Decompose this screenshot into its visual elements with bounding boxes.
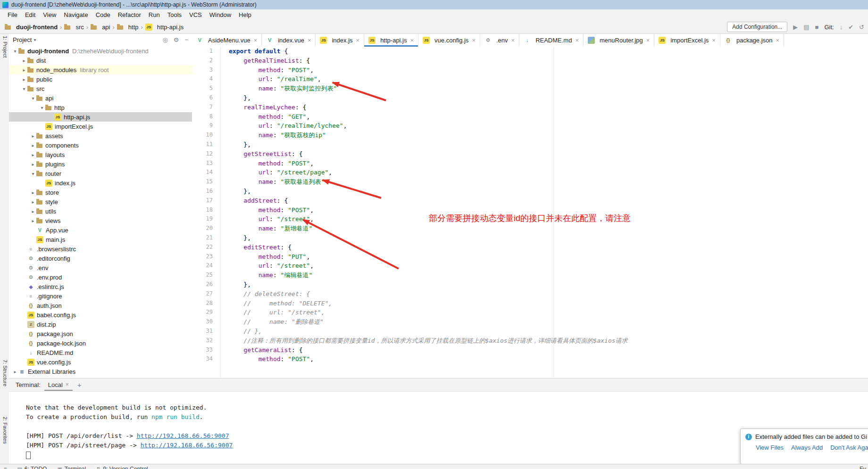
menu-run[interactable]: Run (145, 10, 164, 19)
chevron-right-icon[interactable]: ▸ (30, 133, 36, 139)
tree-item-utils[interactable]: ▸utils (9, 206, 192, 216)
code-line[interactable]: 7 realTimeLychee: { (192, 103, 868, 112)
terminal-tab-local[interactable]: Local × (44, 379, 73, 391)
close-icon[interactable]: × (511, 37, 515, 44)
tree-item-router[interactable]: ▾router (9, 169, 192, 178)
tree-item-auth.json[interactable]: {}auth.json (9, 301, 192, 310)
chevron-down-icon[interactable]: ▾ (21, 86, 27, 91)
statusbar-6-todo[interactable]: ▤6: TODO (17, 466, 47, 469)
code-line[interactable]: 4 url: "/realTime", (192, 74, 868, 84)
chevron-right-icon[interactable]: ▸ (21, 58, 27, 63)
close-icon[interactable]: × (712, 37, 716, 44)
tree-item-package-lock.json[interactable]: {}package-lock.json (9, 338, 192, 348)
code-line[interactable]: 17 addStreet: { (192, 196, 868, 206)
vcs-update-icon[interactable]: ↓ (840, 24, 843, 31)
menu-navigate[interactable]: Navigate (60, 10, 92, 19)
vcs-history-icon[interactable]: ↺ (859, 24, 864, 31)
menu-code[interactable]: Code (92, 10, 114, 19)
code-line[interactable]: 20 name: "新增巷道" (192, 224, 868, 233)
chevron-right-icon[interactable]: ▸ (30, 199, 36, 205)
code-line[interactable]: 12 getStreetList: { (192, 149, 868, 159)
tree-item-.editorconfig[interactable]: ⚙.editorconfig (9, 254, 192, 263)
code-line[interactable]: 30 // name: "删除巷道" (192, 317, 868, 327)
tree-item-plugins[interactable]: ▸plugins (9, 159, 192, 169)
tree-item-importExcel.js[interactable]: JSimportExcel.js (9, 122, 192, 131)
code-line[interactable]: 16 }, (192, 187, 868, 196)
code-editor[interactable]: 1export default {2 getRealTimeList: {3 m… (192, 47, 868, 378)
tree-item-layouts[interactable]: ▸layouts (9, 150, 192, 159)
notification-action-don-t-ask-agai[interactable]: Don't Ask Agai (830, 444, 868, 451)
menu-help[interactable]: Help (235, 10, 255, 19)
tree-item-http[interactable]: ▾http (9, 103, 192, 112)
code-line[interactable]: 34 method: "POST", (192, 354, 868, 364)
tab-index.js[interactable]: JSindex.js× (316, 34, 364, 47)
hide-panel-icon[interactable]: − (184, 36, 188, 43)
chevron-right-icon[interactable]: ▸ (30, 152, 36, 157)
chevron-right-icon[interactable]: ▸ (12, 369, 18, 374)
code-line[interactable]: 11 }, (192, 140, 868, 149)
tool-stripe-structure[interactable]: 7: Structure (2, 360, 8, 387)
tree-item-App.vue[interactable]: VApp.vue (9, 225, 192, 235)
close-icon[interactable]: × (410, 37, 414, 44)
chevron-down-icon[interactable]: ▾ (39, 105, 45, 110)
code-line[interactable]: 9 url: "/realTime/lychee", (192, 121, 868, 131)
tree-item-public[interactable]: ▸public (9, 74, 192, 84)
tree-item-babel.config.js[interactable]: JSbabel.config.js (9, 310, 192, 320)
code-line[interactable]: 14 url: "/street/page", (192, 168, 868, 177)
code-line[interactable]: 13 method: "POST", (192, 159, 868, 168)
menu-edit[interactable]: Edit (21, 10, 39, 19)
code-line[interactable]: 26 }, (192, 280, 868, 289)
chevron-down-icon[interactable]: ▾ (12, 49, 18, 54)
close-icon[interactable]: × (254, 37, 258, 44)
code-line[interactable]: 29 // url: "/street", (192, 308, 868, 317)
chevron-right-icon[interactable]: ▸ (30, 218, 36, 223)
terminal-link[interactable]: http://192.168.66.56:9007 (141, 442, 233, 449)
code-line[interactable]: 3 method: "POST", (192, 66, 868, 75)
tree-item-External Libraries[interactable]: ▸≣External Libraries (9, 367, 192, 376)
tree-item-api[interactable]: ▾api (9, 93, 192, 103)
terminal-link[interactable]: http://192.168.66.56:9007 (137, 432, 229, 439)
code-line[interactable]: 32 //注释：所有用到删除的接口都需要拼接变量id，所以请求方式采用了挂载在原… (192, 336, 868, 346)
stop-icon[interactable]: ■ (815, 24, 819, 31)
chevron-right-icon[interactable]: ▸ (30, 209, 36, 214)
code-line[interactable]: 27 // deleteStreet: { (192, 289, 868, 299)
code-line[interactable]: 2 getRealTimeList: { (192, 56, 868, 66)
code-line[interactable]: 28 // method: "DELETE", (192, 299, 868, 308)
tree-item-package.json[interactable]: {}package.json (9, 329, 192, 338)
tree-item-README.md[interactable]: ↓README.md (9, 348, 192, 357)
tree-item-dist[interactable]: ▸dist (9, 56, 192, 65)
tab-importExcel.js[interactable]: JSimportExcel.js× (654, 34, 720, 47)
settings-gear-icon[interactable]: ⚙ (174, 36, 179, 43)
close-icon[interactable]: × (776, 37, 780, 44)
code-line[interactable]: 10 name: "获取荔枝的ip" (192, 131, 868, 140)
breadcrumb-item[interactable]: duoji-frontend (5, 24, 58, 31)
locate-file-icon[interactable]: ◎ (162, 36, 167, 43)
code-line[interactable]: 25 name: "编辑巷道" (192, 271, 868, 280)
status-bar-right[interactable]: Ev (860, 466, 866, 469)
breadcrumb-item[interactable]: src (64, 24, 83, 31)
new-terminal-icon[interactable]: + (77, 381, 82, 389)
add-configuration-button[interactable]: Add Configuration... (727, 22, 787, 32)
tree-item-.env[interactable]: ⚙.env (9, 263, 192, 272)
tab-AsideMenu.vue[interactable]: VAsideMenu.vue× (192, 34, 262, 47)
tree-item-http-api.js[interactable]: JShttp-api.js (9, 112, 192, 122)
code-line[interactable]: 31 // }, (192, 327, 868, 336)
tree-item-index.js[interactable]: JSindex.js (9, 178, 192, 188)
close-icon[interactable]: × (66, 381, 69, 388)
tab-.env[interactable]: ⚙.env× (480, 34, 519, 47)
menu-view[interactable]: View (39, 10, 60, 19)
tab-http-api.js[interactable]: JShttp-api.js× (364, 34, 418, 47)
tab-vue.config.js[interactable]: JSvue.config.js× (418, 34, 480, 47)
close-icon[interactable]: × (575, 37, 579, 44)
tree-item-dist.zip[interactable]: Zdist.zip (9, 320, 192, 329)
tab-README.md[interactable]: ↓README.md× (519, 34, 584, 47)
notification-action-always-add[interactable]: Always Add (791, 444, 823, 451)
profiler-icon[interactable]: ▤ (803, 24, 809, 31)
tree-item-main.js[interactable]: JSmain.js (9, 235, 192, 244)
close-icon[interactable]: × (356, 37, 360, 44)
tab-menuRouter.jpg[interactable]: menuRouter.jpg× (584, 34, 654, 47)
code-line[interactable]: 6 }, (192, 93, 868, 103)
tab-package.json[interactable]: {}package.json× (720, 34, 784, 47)
chevron-right-icon[interactable]: ▸ (21, 77, 27, 82)
tree-item-.env.prod[interactable]: ⚙.env.prod (9, 272, 192, 282)
